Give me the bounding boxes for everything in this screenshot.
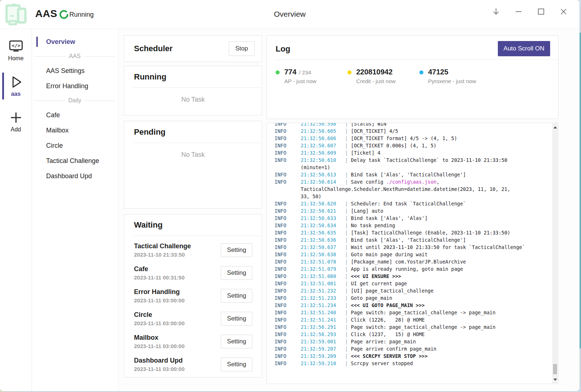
minimize-icon[interactable] — [513, 7, 524, 17]
auto-scroll-button[interactable]: Auto Scroll ON — [498, 41, 550, 56]
svg-text:</>: </> — [12, 43, 20, 48]
log-message: [Ticket] 4 — [351, 150, 380, 156]
setting-button[interactable]: Setting — [221, 358, 252, 371]
setting-button[interactable]: Setting — [221, 243, 252, 257]
scroll-down-icon[interactable] — [552, 377, 558, 382]
desktop-edge — [580, 33, 581, 348]
log-message: <<< UI GOTO PAGE_MAIN >>> — [351, 302, 424, 308]
log-entry: INFO21:32:50.634| No task pending — [275, 222, 552, 229]
nav-rail-label: aas — [0, 91, 32, 97]
sidebar-item-cafe[interactable]: Cafe — [32, 107, 118, 123]
setting-button[interactable]: Setting — [221, 335, 252, 348]
log-separator: | — [345, 353, 351, 359]
sidebar-item-dashboard-upd[interactable]: Dashboard Upd — [32, 168, 118, 184]
nav-rail-item-add[interactable]: Add — [0, 108, 32, 135]
log-entry: INFO21:32:50.606| [OCR_TICKET format] 4/… — [275, 135, 552, 142]
arrow-down-icon[interactable] — [491, 7, 501, 17]
log-message: TacticalChallenge.Scheduler.NextRun=date… — [301, 186, 510, 192]
nav-rail-item-home[interactable]: </>Home — [0, 37, 32, 64]
log-line: INFO21:32:59.001| Page arrive: page_main — [275, 338, 552, 345]
log-level: INFO — [275, 273, 301, 280]
log-message: [OCR_TICKET] 4/5 — [351, 128, 398, 134]
scrollbar-thumb[interactable] — [553, 364, 557, 374]
log-message: [OCR_TICKET 0.008s] (4, 1, 5) — [351, 143, 436, 148]
scroll-up-icon[interactable] — [552, 124, 558, 130]
stat-suffix: / 234 — [299, 69, 311, 75]
log-level: INFO — [275, 229, 301, 236]
log-entry: INFO21:32:51.240| Page switch: page_tact… — [275, 309, 552, 316]
log-level: INFO — [275, 200, 301, 207]
log-entry: INFO21:32:51.241| Click (1226, 28) @ HOM… — [275, 316, 552, 323]
log-line: INFO21:32:51.232| [UI] page_tactical_cha… — [275, 287, 552, 294]
sidebar-item-aas-settings[interactable]: AAS Settings — [32, 63, 118, 78]
setting-button[interactable]: Setting — [221, 289, 252, 303]
log-separator: | — [345, 259, 351, 265]
divider — [133, 87, 262, 88]
log-separator: | — [345, 288, 351, 294]
stat-label: Pyroxene - just now — [428, 78, 476, 84]
stat-label: AP - just now — [284, 78, 316, 84]
sidebar-item-overview[interactable]: Overview — [32, 34, 118, 49]
log-level: INFO — [275, 280, 301, 287]
log-scrollbar[interactable] — [552, 123, 558, 383]
log-line: INFO21:32:51.241| Click (1226, 28) @ HOM… — [275, 316, 552, 323]
log-line: INFO21:32:50.635| [Task] TacticalChallen… — [275, 229, 552, 236]
waiting-task-next-run: 2023-11-11 03:00:00 — [134, 319, 184, 327]
log-separator: | — [345, 179, 351, 185]
stop-button[interactable]: Stop — [229, 41, 255, 56]
setting-button[interactable]: Setting — [221, 266, 252, 280]
menu-group-divider: Daily — [32, 94, 118, 107]
log-message: (minute=1) — [301, 164, 330, 170]
log-level: INFO — [275, 156, 301, 164]
log-entry: INFO21:32:59.207| Page arrive confirm pa… — [275, 345, 552, 352]
log-separator: | — [345, 360, 351, 366]
log-level: INFO — [275, 207, 301, 215]
stat-label: Credit - just now — [356, 78, 395, 84]
log-separator: | — [345, 339, 351, 344]
sidebar-item-circle[interactable]: Circle — [32, 138, 118, 153]
log-message: App is already running, goto main page — [351, 266, 463, 272]
waiting-task-name: Tactical Challenge — [134, 241, 191, 251]
log-level: INFO — [275, 222, 301, 229]
log-level: INFO — [275, 331, 301, 338]
log-line: INFO21:32:56.293| Click (1237, 15) @ HOM… — [275, 331, 552, 338]
menu-group-divider: AAS — [32, 49, 118, 63]
stat-dot — [348, 70, 352, 74]
log-message: [Task] TacticalChallenge (Enable, 2023-1… — [351, 230, 510, 236]
log-timestamp: 21:32:50.633 — [301, 215, 345, 222]
maximize-icon[interactable] — [536, 7, 546, 17]
waiting-task-next-run: 2023-11-11 03:00:00 — [134, 297, 184, 305]
log-scroll-area[interactable]: INFO21:32:50.598| [Status] WININFO21:32:… — [267, 123, 552, 384]
menu-group-label: Daily — [68, 97, 81, 104]
nav-rail-item-aas[interactable]: aas — [0, 73, 32, 99]
log-level: INFO — [275, 178, 301, 185]
sidebar-item-mailbox[interactable]: Mailbox — [32, 123, 118, 138]
log-line: INFO21:32:50.638| Goto main page during … — [275, 251, 552, 258]
setting-button[interactable]: Setting — [221, 312, 252, 326]
waiting-task-info: Tactical Challenge2023-11-10 21:33:50 — [134, 241, 191, 259]
nav-rail-label: Add — [0, 126, 32, 133]
log-separator: | — [345, 150, 351, 156]
log-timestamp: 21:32:51.079 — [301, 265, 345, 273]
log-line: INFO21:32:56.291| Page switch: page_tact… — [275, 323, 552, 331]
stat-block: 220810942Credit - just now — [348, 68, 419, 84]
sidebar-item-error-handling[interactable]: Error Handling — [32, 78, 118, 94]
log-timestamp: 21:32:50.614 — [301, 178, 345, 185]
waiting-task-name: Error Handling — [134, 287, 184, 297]
log-entry: INFO21:32:50.610| Delay task `TacticalCh… — [275, 156, 552, 171]
log-separator: | — [345, 273, 351, 279]
waiting-task-row: Tactical Challenge2023-11-10 21:33:50Set… — [134, 239, 252, 262]
sidebar-item-tactical-challenge[interactable]: Tactical Challenge — [32, 153, 118, 168]
divider-line — [85, 101, 115, 101]
close-icon[interactable] — [558, 7, 569, 17]
log-separator: | — [345, 295, 351, 301]
log-entry: INFO21:32:50.638| Goto main page during … — [275, 251, 552, 258]
log-separator: | — [345, 324, 351, 330]
log-separator: | — [345, 128, 351, 134]
log-entry: INFO21:32:50.614| Save config ./config\a… — [275, 178, 552, 200]
log-entry: INFO21:32:50.609| [Ticket] 4 — [275, 149, 552, 156]
log-timestamp: 21:32:51.241 — [301, 316, 345, 323]
log-entry: INFO21:32:50.598| [Status] WIN — [275, 123, 552, 127]
waiting-task-row: Mailbox2023-11-11 03:00:00Setting — [134, 330, 252, 353]
code-monitor-icon: </> — [0, 38, 32, 54]
